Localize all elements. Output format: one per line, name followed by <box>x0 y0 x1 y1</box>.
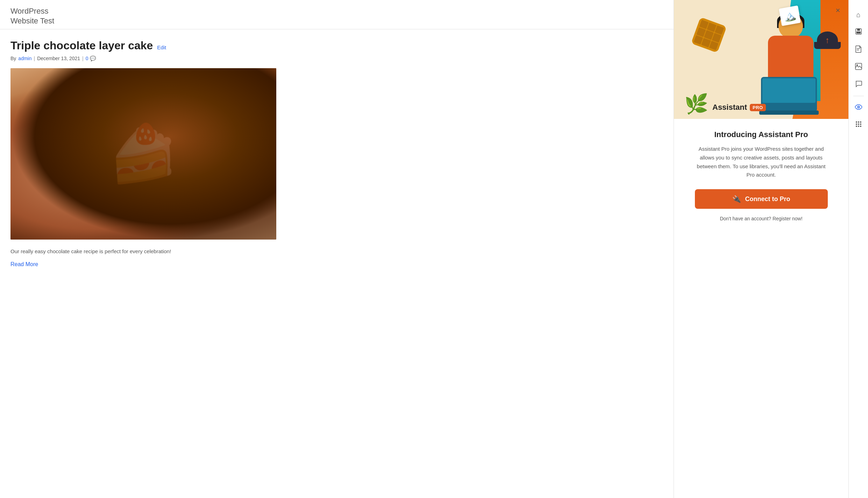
svg-point-17 <box>860 126 861 127</box>
main-content: WordPress Website Test Triple chocolate … <box>0 0 674 498</box>
svg-rect-2 <box>856 31 861 34</box>
comment-bubble-icon: 💬 <box>90 56 96 61</box>
post-comment-link[interactable]: 0 💬 <box>86 56 96 61</box>
eye-icon-button[interactable] <box>851 100 866 115</box>
comment-count: 0 <box>86 56 88 61</box>
eye-icon <box>855 104 862 112</box>
svg-point-9 <box>856 121 857 123</box>
media-icon-button[interactable] <box>851 59 866 75</box>
site-title-line2: Website Test <box>10 16 663 26</box>
save-icon <box>855 28 862 37</box>
post-title-row: Triple chocolate layer cake Edit <box>10 39 663 52</box>
post-featured-image <box>10 68 276 240</box>
person-illustration <box>757 10 827 119</box>
svg-point-10 <box>858 121 859 123</box>
page-icon <box>855 45 862 55</box>
comments-icon-button[interactable] <box>851 77 866 92</box>
svg-point-8 <box>858 106 859 107</box>
person-laptop <box>761 77 817 112</box>
site-header: WordPress Website Test <box>0 0 674 29</box>
post-date: December 13, 2021 <box>37 56 80 61</box>
svg-point-11 <box>860 121 861 123</box>
waffle-icon <box>691 17 727 53</box>
badge-pro-label: PRO <box>750 104 766 111</box>
edit-link[interactable]: Edit <box>157 44 166 50</box>
home-icon: ⌂ <box>856 11 860 19</box>
badge-assistant-text: Assistant <box>712 103 747 112</box>
cake-art <box>10 68 276 240</box>
post-author-link[interactable]: admin <box>18 56 31 61</box>
svg-point-13 <box>858 123 859 125</box>
site-title-line1: WordPress <box>10 6 663 16</box>
meta-separator-2: | <box>82 56 84 61</box>
laptop-screen <box>762 78 816 103</box>
read-more-link[interactable]: Read More <box>10 261 38 267</box>
svg-point-15 <box>856 126 857 127</box>
page-icon-button[interactable] <box>851 42 866 57</box>
assistant-content: Introducing Assistant Pro Assistant Pro … <box>674 119 848 498</box>
home-icon-button[interactable]: ⌂ <box>851 7 866 22</box>
plug-icon: 🔌 <box>732 195 741 203</box>
plant-icon: 🌿 <box>684 93 709 115</box>
photo-icon: 🏔️ <box>779 6 801 26</box>
svg-point-16 <box>858 126 859 127</box>
svg-point-14 <box>860 123 861 125</box>
close-button[interactable]: × <box>832 5 844 16</box>
register-text: Don't have an account? Register now! <box>720 216 802 221</box>
assistant-panel: × 🏔️ ↑ <box>674 0 848 498</box>
save-icon-button[interactable] <box>851 24 866 40</box>
apps-icon-button[interactable] <box>851 117 866 133</box>
comments-icon <box>855 80 862 89</box>
cloud-upload-icon: ↑ <box>817 31 838 49</box>
meta-separator-1: | <box>34 56 35 61</box>
assistant-badge: Assistant PRO <box>712 103 766 112</box>
apps-icon <box>855 121 862 129</box>
post-area: Triple chocolate layer cake Edit By admi… <box>0 29 674 278</box>
connect-to-pro-button[interactable]: 🔌 Connect to Pro <box>695 189 828 209</box>
assistant-illustration: 🏔️ ↑ 🌿 Assistant PRO <box>674 0 848 119</box>
svg-rect-1 <box>857 29 860 31</box>
icon-divider <box>853 96 864 96</box>
post-excerpt: Our really easy chocolate cake recipe is… <box>10 247 663 256</box>
intro-title: Introducing Assistant Pro <box>714 130 808 139</box>
svg-point-12 <box>856 123 857 125</box>
post-meta: By admin | December 13, 2021 | 0 💬 <box>10 56 663 61</box>
sidebar-icons: ⌂ <box>848 0 868 498</box>
intro-description: Assistant Pro joins your WordPress sites… <box>695 145 828 179</box>
meta-by: By <box>10 56 16 61</box>
connect-label: Connect to Pro <box>745 195 790 203</box>
post-title: Triple chocolate layer cake <box>10 39 153 52</box>
media-icon <box>855 63 862 72</box>
